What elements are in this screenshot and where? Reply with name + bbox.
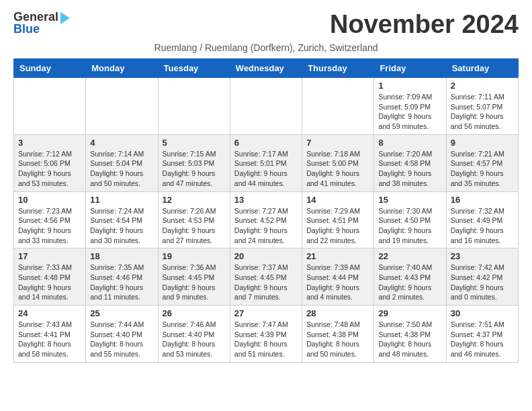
- table-row: 17Sunrise: 7:33 AM Sunset: 4:48 PM Dayli…: [14, 248, 86, 306]
- day-info: Sunrise: 7:33 AM Sunset: 4:48 PM Dayligh…: [18, 263, 81, 302]
- col-sunday: Sunday: [14, 59, 86, 78]
- day-number: 25: [90, 308, 153, 318]
- day-number: 11: [90, 195, 153, 205]
- calendar-week-row: 24Sunrise: 7:43 AM Sunset: 4:41 PM Dayli…: [14, 306, 519, 363]
- day-info: Sunrise: 7:26 AM Sunset: 4:53 PM Dayligh…: [163, 206, 226, 246]
- table-row: 12Sunrise: 7:26 AM Sunset: 4:53 PM Dayli…: [158, 191, 230, 248]
- day-number: 30: [451, 308, 514, 318]
- logo-arrow-icon: [60, 12, 70, 24]
- day-number: 9: [451, 138, 514, 148]
- col-friday: Friday: [374, 59, 446, 78]
- day-info: Sunrise: 7:14 AM Sunset: 5:04 PM Dayligh…: [90, 149, 153, 189]
- table-row: 29Sunrise: 7:50 AM Sunset: 4:38 PM Dayli…: [374, 306, 446, 363]
- calendar-week-row: 1Sunrise: 7:09 AM Sunset: 5:09 PM Daylig…: [14, 78, 519, 135]
- table-row: 5Sunrise: 7:15 AM Sunset: 5:03 PM Daylig…: [158, 134, 230, 191]
- table-row: 28Sunrise: 7:48 AM Sunset: 4:38 PM Dayli…: [302, 306, 374, 363]
- day-number: 7: [306, 138, 369, 148]
- day-info: Sunrise: 7:21 AM Sunset: 4:57 PM Dayligh…: [451, 149, 514, 189]
- day-number: 5: [163, 138, 226, 148]
- table-row: 25Sunrise: 7:44 AM Sunset: 4:40 PM Dayli…: [86, 306, 158, 363]
- table-row: 10Sunrise: 7:23 AM Sunset: 4:56 PM Dayli…: [14, 191, 86, 248]
- table-row: 19Sunrise: 7:36 AM Sunset: 4:45 PM Dayli…: [158, 248, 230, 306]
- day-number: 12: [163, 195, 226, 205]
- table-row: 3Sunrise: 7:12 AM Sunset: 5:06 PM Daylig…: [14, 134, 86, 191]
- day-info: Sunrise: 7:32 AM Sunset: 4:49 PM Dayligh…: [451, 206, 514, 246]
- table-row: 16Sunrise: 7:32 AM Sunset: 4:49 PM Dayli…: [446, 191, 518, 248]
- day-number: 15: [378, 195, 441, 205]
- page: General Blue November 2024 Ruemlang / Ru…: [0, 0, 532, 373]
- table-row: 7Sunrise: 7:18 AM Sunset: 5:00 PM Daylig…: [302, 134, 374, 191]
- day-info: Sunrise: 7:23 AM Sunset: 4:56 PM Dayligh…: [18, 206, 81, 246]
- col-monday: Monday: [86, 59, 158, 78]
- table-row: 18Sunrise: 7:35 AM Sunset: 4:46 PM Dayli…: [86, 248, 158, 306]
- day-info: Sunrise: 7:39 AM Sunset: 4:44 PM Dayligh…: [306, 263, 369, 302]
- day-info: Sunrise: 7:48 AM Sunset: 4:38 PM Dayligh…: [306, 320, 369, 359]
- day-info: Sunrise: 7:30 AM Sunset: 4:50 PM Dayligh…: [378, 206, 441, 246]
- table-row: 30Sunrise: 7:51 AM Sunset: 4:37 PM Dayli…: [446, 306, 518, 363]
- day-number: 4: [90, 138, 153, 148]
- day-info: Sunrise: 7:44 AM Sunset: 4:40 PM Dayligh…: [90, 320, 153, 359]
- day-info: Sunrise: 7:17 AM Sunset: 5:01 PM Dayligh…: [234, 149, 298, 189]
- day-number: 21: [306, 251, 369, 261]
- day-number: 3: [18, 138, 81, 148]
- table-row: 21Sunrise: 7:39 AM Sunset: 4:44 PM Dayli…: [302, 248, 374, 306]
- logo: General Blue: [13, 10, 70, 36]
- day-number: 23: [451, 251, 514, 261]
- day-info: Sunrise: 7:18 AM Sunset: 5:00 PM Dayligh…: [306, 149, 369, 189]
- subtitle: Ruemlang / Ruemlang (Dorfkern), Zurich, …: [13, 42, 519, 53]
- table-row: 24Sunrise: 7:43 AM Sunset: 4:41 PM Dayli…: [14, 306, 86, 363]
- day-info: Sunrise: 7:20 AM Sunset: 4:58 PM Dayligh…: [378, 149, 441, 189]
- table-row: 15Sunrise: 7:30 AM Sunset: 4:50 PM Dayli…: [374, 191, 446, 248]
- calendar-table: Sunday Monday Tuesday Wednesday Thursday…: [13, 58, 519, 363]
- col-saturday: Saturday: [446, 59, 518, 78]
- calendar-header-row: Sunday Monday Tuesday Wednesday Thursday…: [14, 59, 519, 78]
- table-row: 11Sunrise: 7:24 AM Sunset: 4:54 PM Dayli…: [86, 191, 158, 248]
- table-row: 20Sunrise: 7:37 AM Sunset: 4:45 PM Dayli…: [230, 248, 302, 306]
- day-info: Sunrise: 7:46 AM Sunset: 4:40 PM Dayligh…: [163, 320, 226, 359]
- col-wednesday: Wednesday: [230, 59, 302, 78]
- calendar-week-row: 17Sunrise: 7:33 AM Sunset: 4:48 PM Dayli…: [14, 248, 519, 306]
- col-thursday: Thursday: [302, 59, 374, 78]
- day-number: 24: [18, 308, 81, 318]
- day-info: Sunrise: 7:51 AM Sunset: 4:37 PM Dayligh…: [451, 320, 514, 359]
- table-row: 26Sunrise: 7:46 AM Sunset: 4:40 PM Dayli…: [158, 306, 230, 363]
- table-row: 27Sunrise: 7:47 AM Sunset: 4:39 PM Dayli…: [230, 306, 302, 363]
- table-row: [302, 78, 374, 135]
- day-number: 27: [234, 308, 298, 318]
- table-row: 13Sunrise: 7:27 AM Sunset: 4:52 PM Dayli…: [230, 191, 302, 248]
- day-number: 6: [234, 138, 298, 148]
- day-number: 13: [234, 195, 298, 205]
- col-tuesday: Tuesday: [158, 59, 230, 78]
- day-number: 16: [451, 195, 514, 205]
- calendar-week-row: 10Sunrise: 7:23 AM Sunset: 4:56 PM Dayli…: [14, 191, 519, 248]
- day-info: Sunrise: 7:35 AM Sunset: 4:46 PM Dayligh…: [90, 263, 153, 302]
- day-info: Sunrise: 7:36 AM Sunset: 4:45 PM Dayligh…: [163, 263, 226, 302]
- header: General Blue November 2024: [13, 10, 519, 39]
- day-number: 26: [163, 308, 226, 318]
- logo-blue: Blue: [13, 22, 40, 36]
- day-number: 10: [18, 195, 81, 205]
- day-info: Sunrise: 7:37 AM Sunset: 4:45 PM Dayligh…: [234, 263, 298, 302]
- day-number: 17: [18, 251, 81, 261]
- day-number: 19: [163, 251, 226, 261]
- day-number: 1: [378, 81, 441, 91]
- month-title: November 2024: [330, 10, 519, 39]
- table-row: 2Sunrise: 7:11 AM Sunset: 5:07 PM Daylig…: [446, 78, 518, 135]
- table-row: [230, 78, 302, 135]
- table-row: 6Sunrise: 7:17 AM Sunset: 5:01 PM Daylig…: [230, 134, 302, 191]
- day-info: Sunrise: 7:11 AM Sunset: 5:07 PM Dayligh…: [451, 92, 514, 132]
- day-number: 28: [306, 308, 369, 318]
- day-number: 14: [306, 195, 369, 205]
- day-number: 20: [234, 251, 298, 261]
- day-info: Sunrise: 7:50 AM Sunset: 4:38 PM Dayligh…: [378, 320, 441, 359]
- table-row: [86, 78, 158, 135]
- day-number: 2: [451, 81, 514, 91]
- day-info: Sunrise: 7:12 AM Sunset: 5:06 PM Dayligh…: [18, 149, 81, 189]
- day-number: 29: [378, 308, 441, 318]
- day-info: Sunrise: 7:40 AM Sunset: 4:43 PM Dayligh…: [378, 263, 441, 302]
- table-row: [158, 78, 230, 135]
- day-info: Sunrise: 7:15 AM Sunset: 5:03 PM Dayligh…: [163, 149, 226, 189]
- day-info: Sunrise: 7:09 AM Sunset: 5:09 PM Dayligh…: [378, 92, 441, 132]
- day-number: 8: [378, 138, 441, 148]
- day-info: Sunrise: 7:42 AM Sunset: 4:42 PM Dayligh…: [451, 263, 514, 302]
